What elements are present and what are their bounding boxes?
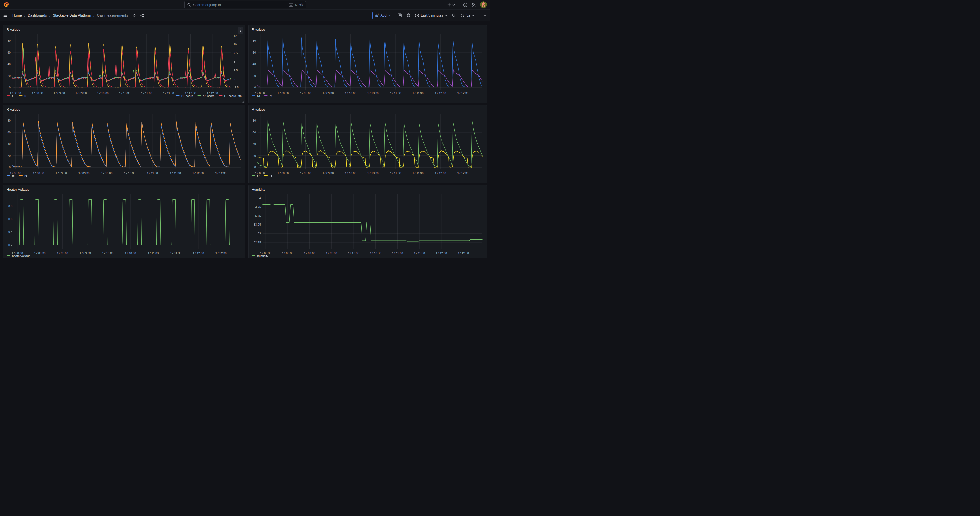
svg-text:40: 40: [253, 142, 256, 145]
legend-item-r1_score[interactable]: r1_score: [176, 94, 193, 97]
refresh-icon: [460, 13, 465, 18]
svg-text:17:08:00: 17:08:00: [10, 92, 21, 94]
panel-resize-handle[interactable]: [242, 100, 244, 102]
legend-item-r3[interactable]: r3: [252, 94, 260, 97]
svg-text:17:09:00: 17:09:00: [304, 252, 315, 254]
save-dashboard-button[interactable]: [398, 13, 402, 18]
svg-text:17:09:30: 17:09:30: [75, 92, 87, 94]
legend-item-r2[interactable]: r2: [19, 94, 27, 97]
svg-text:0.4: 0.4: [8, 230, 12, 233]
panel-title[interactable]: Humidity: [252, 188, 265, 191]
save-icon: [398, 13, 402, 18]
collapse-toolbar-button[interactable]: [483, 14, 487, 18]
search-input[interactable]: Search or jump to... ctrl+k: [184, 1, 306, 8]
svg-text:0: 0: [254, 166, 256, 169]
caret-up-icon: [483, 14, 487, 18]
add-button[interactable]: Add: [372, 12, 393, 19]
svg-text:53.25: 53.25: [253, 223, 261, 226]
news-button[interactable]: [472, 3, 476, 7]
share-button[interactable]: [140, 13, 144, 18]
zoom-out-button[interactable]: [452, 13, 456, 18]
panel-legend: r5r6: [6, 174, 242, 177]
svg-text:2.5: 2.5: [234, 69, 237, 72]
svg-text:17:10:00: 17:10:00: [97, 92, 109, 94]
legend-pill: [6, 175, 10, 176]
legend-group: r5r6: [6, 174, 27, 177]
legend-item-r1[interactable]: r1: [6, 94, 15, 97]
mega-menu-button[interactable]: [3, 13, 8, 18]
svg-text:17:12:30: 17:12:30: [457, 172, 468, 174]
legend-item-r8[interactable]: r8: [264, 174, 272, 177]
legend-item-r1_score_lttb[interactable]: r1_score_lttb: [219, 94, 242, 97]
search-icon: [187, 3, 191, 7]
breadcrumb-folder[interactable]: Stackable Data Platform: [53, 13, 91, 18]
svg-text:12.5: 12.5: [234, 34, 239, 38]
time-range-picker[interactable]: Last 5 minutes: [415, 13, 448, 18]
panel-title[interactable]: R-values: [252, 107, 265, 111]
series-r8: [258, 151, 482, 167]
series-r2: [13, 43, 231, 88]
menu-icon: [3, 13, 8, 18]
svg-text:80: 80: [253, 39, 256, 42]
svg-text:17:11:00: 17:11:00: [390, 172, 401, 174]
avatar[interactable]: [480, 1, 487, 8]
svg-text:0.8: 0.8: [8, 205, 12, 208]
svg-text:17:12:00: 17:12:00: [192, 252, 204, 254]
svg-text:60: 60: [8, 51, 11, 54]
svg-text:17:10:30: 17:10:30: [370, 252, 381, 254]
dashboard-settings-button[interactable]: [406, 13, 411, 18]
star-icon: [132, 13, 136, 18]
r-values-3-chart[interactable]: 17:08:0017:08:3017:09:0017:09:3017:10:00…: [5, 113, 243, 174]
svg-text:0: 0: [234, 77, 235, 80]
refresh-picker[interactable]: 5s: [460, 13, 474, 18]
dashboard-canvas: R-values17:08:0017:08:3017:09:0017:09:30…: [0, 21, 490, 258]
svg-text:17:10:30: 17:10:30: [119, 92, 130, 94]
r-values-4-chart[interactable]: 17:08:0017:08:3017:09:0017:09:3017:10:00…: [251, 113, 485, 174]
legend-item-r6[interactable]: r6: [19, 174, 27, 177]
svg-text:0.6: 0.6: [8, 217, 12, 221]
panel-title[interactable]: R-values: [252, 27, 265, 32]
svg-text:60: 60: [8, 131, 11, 134]
heater-voltage-chart[interactable]: 17:08:0017:08:3017:09:0017:09:3017:10:00…: [5, 193, 243, 254]
svg-text:0: 0: [9, 166, 11, 169]
series-humidity: [263, 205, 482, 242]
svg-text:17:12:30: 17:12:30: [215, 252, 227, 254]
breadcrumb-home[interactable]: Home: [12, 13, 22, 18]
legend-item-r5[interactable]: r5: [6, 174, 15, 177]
panel-legend: r1r2r1_scorer2_scorer1_score_lttb: [6, 94, 242, 97]
r-values-2-chart[interactable]: 17:08:0017:08:3017:09:0017:09:3017:10:00…: [251, 33, 485, 94]
svg-text:17:09:00: 17:09:00: [56, 172, 67, 174]
svg-text:17:10:00: 17:10:00: [345, 92, 356, 94]
legend-item-r7[interactable]: r7: [252, 174, 260, 177]
legend-item-heatervoltage[interactable]: heatervoltage: [6, 254, 30, 257]
svg-text:17:10:30: 17:10:30: [125, 252, 136, 254]
r-values-1-chart[interactable]: 17:08:0017:08:3017:09:0017:09:3017:10:00…: [5, 33, 243, 94]
legend-label: r7: [257, 174, 260, 177]
legend-item-r2_score[interactable]: r2_score: [197, 94, 215, 97]
svg-text:17:08:30: 17:08:30: [34, 252, 46, 254]
svg-text:60: 60: [253, 131, 256, 134]
legend-pill: [252, 175, 255, 176]
svg-text:17:08:00: 17:08:00: [10, 172, 21, 174]
panel-title[interactable]: R-values: [6, 27, 20, 32]
svg-text:53.5: 53.5: [255, 214, 261, 217]
legend-item-humidity[interactable]: humidity: [252, 254, 269, 257]
grafana-logo[interactable]: [3, 2, 10, 8]
toolbar-right: Add: [372, 12, 487, 19]
legend-pill: [219, 95, 223, 96]
svg-text:17:11:30: 17:11:30: [170, 172, 181, 174]
new-menu-button[interactable]: [447, 3, 455, 7]
breadcrumb-dashboards[interactable]: Dashboards: [28, 13, 47, 18]
help-button[interactable]: ?: [463, 3, 468, 7]
svg-text:?: ?: [465, 3, 466, 6]
panel-title[interactable]: R-values: [6, 107, 20, 111]
help-circle-icon: ?: [463, 3, 468, 7]
legend-pill: [19, 175, 22, 176]
svg-text:17:11:30: 17:11:30: [170, 252, 181, 254]
rss-icon: [472, 3, 476, 7]
legend-item-r4[interactable]: r4: [264, 94, 272, 97]
panel-title[interactable]: Heater Voltage: [6, 188, 29, 191]
favorite-button[interactable]: [132, 13, 136, 18]
humidity-chart[interactable]: 17:08:0017:08:3017:09:0017:09:3017:10:00…: [251, 193, 485, 254]
svg-text:17:10:30: 17:10:30: [368, 172, 379, 174]
